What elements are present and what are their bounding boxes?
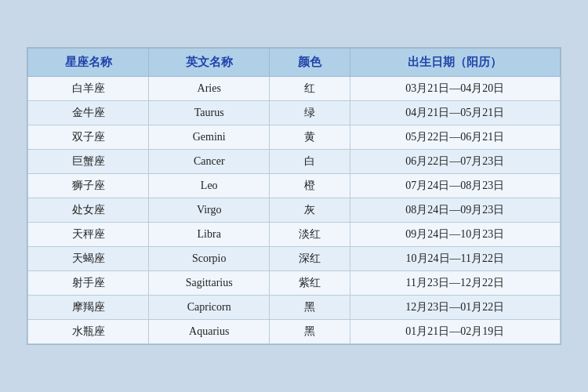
cell-color: 黄 — [270, 125, 350, 150]
cell-zh: 处女座 — [28, 198, 149, 223]
cell-color: 灰 — [270, 198, 350, 223]
cell-en: Taurus — [149, 101, 270, 125]
col-header-date: 出生日期（阳历） — [350, 49, 561, 77]
cell-date: 11月23日—12月22日 — [350, 271, 561, 296]
table-row: 白羊座Aries红03月21日—04月20日 — [28, 77, 561, 101]
table-row: 狮子座Leo橙07月24日—08月23日 — [28, 174, 561, 198]
cell-color: 紫红 — [270, 271, 350, 296]
table-row: 巨蟹座Cancer白06月22日—07月23日 — [28, 150, 561, 174]
cell-zh: 水瓶座 — [28, 320, 149, 344]
cell-color: 淡红 — [270, 223, 350, 247]
cell-zh: 白羊座 — [28, 77, 149, 101]
cell-date: 06月22日—07月23日 — [350, 150, 561, 174]
cell-zh: 天蝎座 — [28, 247, 149, 271]
zodiac-table: 星座名称 英文名称 颜色 出生日期（阳历） 白羊座Aries红03月21日—04… — [27, 48, 561, 344]
cell-color: 橙 — [270, 174, 350, 198]
cell-color: 黑 — [270, 320, 350, 344]
cell-en: Leo — [149, 174, 270, 198]
table-row: 金牛座Taurus绿04月21日—05月21日 — [28, 101, 561, 125]
cell-en: Libra — [149, 223, 270, 247]
cell-en: Virgo — [149, 198, 270, 223]
table-header-row: 星座名称 英文名称 颜色 出生日期（阳历） — [28, 49, 561, 77]
table-row: 天秤座Libra淡红09月24日—10月23日 — [28, 223, 561, 247]
cell-date: 08月24日—09月23日 — [350, 198, 561, 223]
table-row: 天蝎座Scorpio深红10月24日—11月22日 — [28, 247, 561, 271]
table-row: 处女座Virgo灰08月24日—09月23日 — [28, 198, 561, 223]
cell-zh: 双子座 — [28, 125, 149, 150]
cell-en: Scorpio — [149, 247, 270, 271]
cell-date: 07月24日—08月23日 — [350, 174, 561, 198]
cell-date: 10月24日—11月22日 — [350, 247, 561, 271]
cell-en: Gemini — [149, 125, 270, 150]
cell-date: 05月22日—06月21日 — [350, 125, 561, 150]
table-row: 双子座Gemini黄05月22日—06月21日 — [28, 125, 561, 150]
cell-date: 03月21日—04月20日 — [350, 77, 561, 101]
cell-zh: 天秤座 — [28, 223, 149, 247]
table-row: 水瓶座Aquarius黑01月21日—02月19日 — [28, 320, 561, 344]
cell-color: 黑 — [270, 296, 350, 320]
cell-color: 白 — [270, 150, 350, 174]
cell-zh: 摩羯座 — [28, 296, 149, 320]
cell-date: 12月23日—01月22日 — [350, 296, 561, 320]
cell-en: Aquarius — [149, 320, 270, 344]
cell-date: 01月21日—02月19日 — [350, 320, 561, 344]
cell-date: 04月21日—05月21日 — [350, 101, 561, 125]
table-body: 白羊座Aries红03月21日—04月20日金牛座Taurus绿04月21日—0… — [28, 77, 561, 344]
cell-zh: 金牛座 — [28, 101, 149, 125]
cell-date: 09月24日—10月23日 — [350, 223, 561, 247]
col-header-en: 英文名称 — [149, 49, 270, 77]
cell-en: Aries — [149, 77, 270, 101]
cell-zh: 巨蟹座 — [28, 150, 149, 174]
table-row: 射手座Sagittarius紫红11月23日—12月22日 — [28, 271, 561, 296]
table-row: 摩羯座Capricorn黑12月23日—01月22日 — [28, 296, 561, 320]
cell-color: 红 — [270, 77, 350, 101]
col-header-zh: 星座名称 — [28, 49, 149, 77]
col-header-color: 颜色 — [270, 49, 350, 77]
cell-color: 深红 — [270, 247, 350, 271]
cell-en: Capricorn — [149, 296, 270, 320]
cell-color: 绿 — [270, 101, 350, 125]
cell-en: Sagittarius — [149, 271, 270, 296]
cell-zh: 狮子座 — [28, 174, 149, 198]
zodiac-table-container: 星座名称 英文名称 颜色 出生日期（阳历） 白羊座Aries红03月21日—04… — [27, 47, 561, 345]
cell-en: Cancer — [149, 150, 270, 174]
cell-zh: 射手座 — [28, 271, 149, 296]
